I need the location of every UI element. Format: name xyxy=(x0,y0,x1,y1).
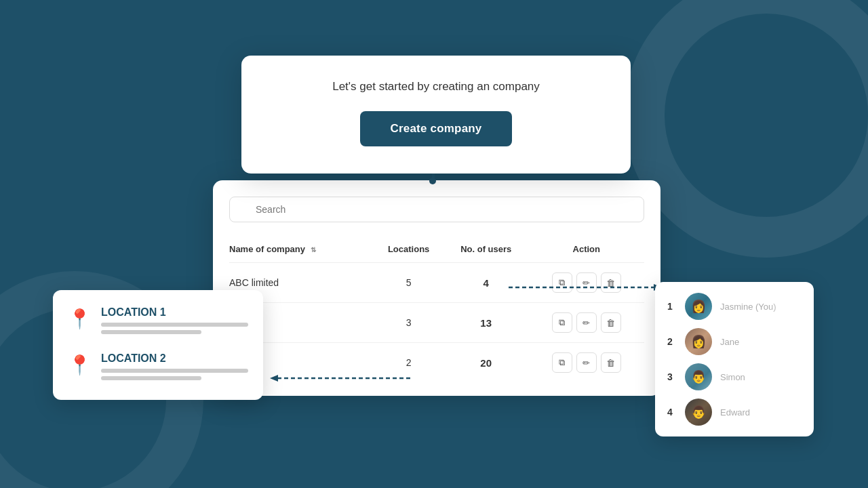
delete-button-1[interactable]: 🗑 xyxy=(601,272,621,293)
location-bar-1b xyxy=(101,330,201,334)
location-popup: 📍 LOCATION 1 📍 LOCATION 2 xyxy=(53,290,263,400)
company-actions-3: ⧉ ✏ 🗑 xyxy=(528,343,644,383)
connector-dot-bottom xyxy=(429,178,436,184)
copy-button-1[interactable]: ⧉ xyxy=(552,272,572,293)
user-name-2: Jane xyxy=(720,337,802,347)
company-locations-2: 3 xyxy=(374,303,443,343)
edit-button-2[interactable]: ✏ xyxy=(576,312,597,333)
location-title-2: LOCATION 2 xyxy=(101,352,248,365)
user-number-3: 3 xyxy=(667,371,677,382)
company-locations-1: 5 xyxy=(374,263,443,303)
copy-button-2[interactable]: ⧉ xyxy=(552,312,572,333)
location-pin-icon-1: 📍 xyxy=(68,308,92,330)
table-row: 2 20 ⧉ ✏ 🗑 xyxy=(229,343,644,383)
delete-button-2[interactable]: 🗑 xyxy=(601,312,621,333)
sort-icon[interactable]: ⇅ xyxy=(311,246,316,253)
location-item-1: 📍 LOCATION 1 xyxy=(68,306,248,338)
edit-button-3[interactable]: ✏ xyxy=(576,352,597,373)
col-header-name: Name of company ⇅ xyxy=(229,244,374,263)
user-avatar-3: 👨 xyxy=(685,363,712,390)
location-bar-2a xyxy=(101,369,248,373)
location-text-1: LOCATION 1 xyxy=(101,306,248,338)
user-avatar-1: 👩 xyxy=(685,293,712,320)
card-subtitle: Let's get started by creating an company xyxy=(269,80,604,94)
location-bar-2b xyxy=(101,376,201,380)
create-company-card: Let's get started by creating an company… xyxy=(241,56,631,174)
table-row: ...oduct 3 13 ⧉ ✏ 🗑 xyxy=(229,303,644,343)
company-users-1: 4 xyxy=(443,263,529,303)
user-number-4: 4 xyxy=(667,407,677,418)
location-pin-icon-2: 📍 xyxy=(68,354,92,376)
user-avatar-2: 👩 xyxy=(685,328,712,355)
company-locations-3: 2 xyxy=(374,343,443,383)
copy-button-3[interactable]: ⧉ xyxy=(552,352,572,373)
user-row-1: 1 👩 Jasmine (You) xyxy=(667,293,802,320)
user-avatar-4: 👨 xyxy=(685,399,712,426)
location-title-1: LOCATION 1 xyxy=(101,306,248,319)
create-company-button[interactable]: Create company xyxy=(360,111,511,146)
user-row-2: 2 👩 Jane xyxy=(667,328,802,355)
search-input[interactable] xyxy=(229,197,644,222)
company-users-2: 13 xyxy=(443,303,529,343)
delete-button-3[interactable]: 🗑 xyxy=(601,352,621,373)
user-name-4: Edward xyxy=(720,407,802,418)
user-name-1: Jasmine (You) xyxy=(720,302,802,312)
company-users-3: 20 xyxy=(443,343,529,383)
search-wrapper: 🔍 xyxy=(229,197,644,233)
users-popup: 1 👩 Jasmine (You) 2 👩 Jane 3 👨 Simon 4 👨… xyxy=(655,282,814,436)
edit-button-1[interactable]: ✏ xyxy=(576,272,597,293)
bg-decoration-right xyxy=(624,0,868,258)
location-bar-1a xyxy=(101,323,248,327)
company-actions-2: ⧉ ✏ 🗑 xyxy=(528,303,644,343)
user-number-2: 2 xyxy=(667,336,677,347)
companies-table: Name of company ⇅ Locations No. of users… xyxy=(229,244,644,382)
table-card: 🔍 Name of company ⇅ Locations No. of use… xyxy=(213,180,660,396)
col-header-users: No. of users xyxy=(443,244,529,263)
col-header-action: Action xyxy=(528,244,644,263)
user-row-3: 3 👨 Simon xyxy=(667,363,802,390)
company-actions-1: ⧉ ✏ 🗑 xyxy=(528,263,644,303)
table-row: ABC limited 5 4 ⧉ ✏ 🗑 xyxy=(229,263,644,303)
col-header-locations: Locations xyxy=(374,244,443,263)
location-text-2: LOCATION 2 xyxy=(101,352,248,384)
location-item-2: 📍 LOCATION 2 xyxy=(68,352,248,384)
user-number-1: 1 xyxy=(667,301,677,312)
user-row-4: 4 👨 Edward xyxy=(667,399,802,426)
user-name-3: Simon xyxy=(720,372,802,382)
